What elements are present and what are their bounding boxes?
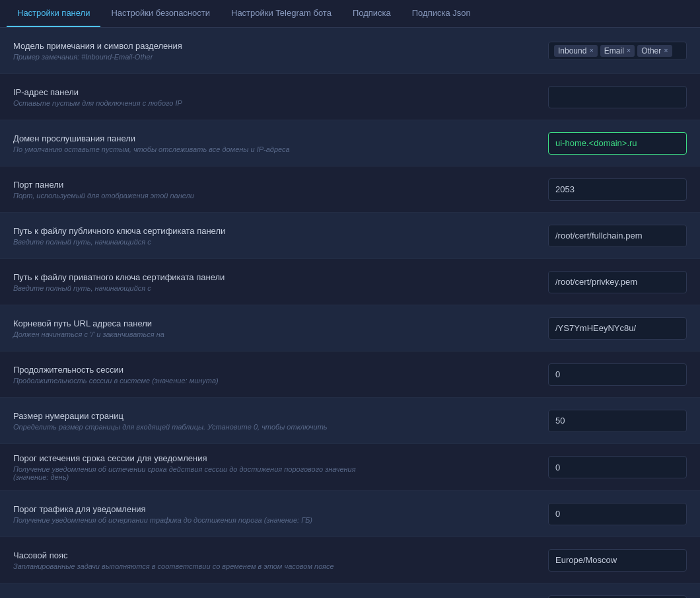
settings-row-timezone: Часовой поясЗапланированные задачи выпол… [0, 537, 700, 583]
settings-container: Модель примечания и символ разделенияПри… [0, 28, 700, 598]
settings-row-session-expire: Порог истечения срока сессии для уведомл… [0, 444, 700, 491]
tab-subscription-json[interactable]: Подписка Json [402, 0, 481, 27]
label-desc-timezone: Запланированные задачи выполняются в соо… [13, 562, 357, 570]
label-desc-traffic-threshold: Получение уведомления об исчерпании траф… [13, 516, 357, 524]
input-page-size[interactable] [548, 410, 687, 432]
label-desc-url-base: Должен начинаться с '/' и заканчиваться … [13, 330, 357, 338]
tag-close-icon[interactable]: × [627, 47, 631, 54]
label-title-panel-domain: Домен прослушивания панели [13, 133, 357, 143]
label-desc-session-duration: Продолжительность сессии в системе (знач… [13, 377, 357, 385]
tag-item: Email× [600, 45, 635, 57]
tag-close-icon[interactable]: × [589, 47, 593, 54]
input-session-duration[interactable] [548, 363, 687, 386]
input-url-base[interactable] [548, 317, 687, 340]
settings-row-url-base: Корневой путь URL адреса панелиДолжен на… [0, 305, 700, 352]
input-session-expire[interactable] [548, 456, 687, 478]
label-title-cert-public: Путь к файлу публичного ключа сертификат… [13, 226, 357, 236]
settings-row-panel-port: Порт панелиПорт, используемый для отобра… [0, 167, 700, 213]
input-cert-public[interactable] [548, 225, 687, 247]
nav-tabs: Настройки панели Настройки безопасности … [0, 0, 700, 28]
settings-row-date-picker: выбор датыТип календаря выбора указывает… [0, 583, 700, 598]
label-title-remark-model: Модель примечания и символ разделения [13, 41, 357, 51]
settings-row-session-duration: Продолжительность сессииПродолжительност… [0, 352, 700, 398]
settings-row-panel-domain: Домен прослушивания панелиПо умолчанию о… [0, 120, 700, 167]
input-timezone[interactable] [548, 549, 687, 572]
tag-close-icon[interactable]: × [664, 47, 668, 54]
tag-item: Other× [637, 45, 672, 57]
tag-item: Inbound× [554, 45, 598, 57]
settings-row-remark-model: Модель примечания и символ разделенияПри… [0, 28, 700, 74]
settings-row-cert-private: Путь к файлу приватного ключа сертификат… [0, 259, 700, 305]
label-title-session-duration: Продолжительность сессии [13, 365, 357, 375]
label-title-panel-ip: IP-адрес панели [13, 87, 357, 97]
label-desc-cert-private: Введите полный путь, начинающийся с [13, 284, 357, 292]
label-desc-session-expire: Получение уведомления об истечении срока… [13, 465, 357, 481]
tab-subscription[interactable]: Подписка [342, 0, 402, 27]
label-title-page-size: Размер нумерации страниц [13, 411, 357, 421]
tags-input-remark-model[interactable]: Inbound×Email×Other× [548, 42, 687, 60]
label-desc-panel-domain: По умолчанию оставьте пустым, чтобы отсл… [13, 145, 357, 153]
tag-label: Email [604, 46, 624, 56]
settings-row-traffic-threshold: Порог трафика для уведомленияПолучение у… [0, 491, 700, 537]
label-title-cert-private: Путь к файлу приватного ключа сертификат… [13, 272, 357, 282]
tab-telegram-settings[interactable]: Настройки Telegram бота [221, 0, 342, 27]
label-desc-remark-model: Пример замечания: #Inbound-Email-Other [13, 53, 357, 61]
label-title-panel-port: Порт панели [13, 180, 357, 190]
label-desc-panel-ip: Оставьте пустым для подключения с любого… [13, 99, 357, 107]
tag-label: Other [641, 46, 661, 56]
label-desc-panel-port: Порт, используемый для отображения этой … [13, 192, 357, 200]
input-panel-domain[interactable] [548, 132, 687, 155]
label-desc-cert-public: Введите полный путь, начинающийся с [13, 238, 357, 246]
label-title-session-expire: Порог истечения срока сессии для уведомл… [13, 453, 357, 463]
settings-row-cert-public: Путь к файлу публичного ключа сертификат… [0, 213, 700, 259]
input-panel-ip[interactable] [548, 86, 687, 108]
input-date-picker[interactable] [548, 595, 687, 599]
label-title-traffic-threshold: Порог трафика для уведомления [13, 504, 357, 514]
settings-row-page-size: Размер нумерации страницОпределить разме… [0, 398, 700, 444]
label-title-timezone: Часовой пояс [13, 550, 357, 560]
tag-label: Inbound [558, 46, 586, 56]
label-desc-page-size: Определить размер страницы для входящей … [13, 423, 357, 431]
input-panel-port[interactable] [548, 178, 687, 201]
tab-security-settings[interactable]: Настройки безопасности [100, 0, 221, 27]
input-cert-private[interactable] [548, 271, 687, 293]
label-title-url-base: Корневой путь URL адреса панели [13, 318, 357, 328]
tab-panel-settings[interactable]: Настройки панели [7, 0, 100, 27]
settings-row-panel-ip: IP-адрес панелиОставьте пустым для подкл… [0, 74, 700, 120]
input-traffic-threshold[interactable] [548, 503, 687, 525]
